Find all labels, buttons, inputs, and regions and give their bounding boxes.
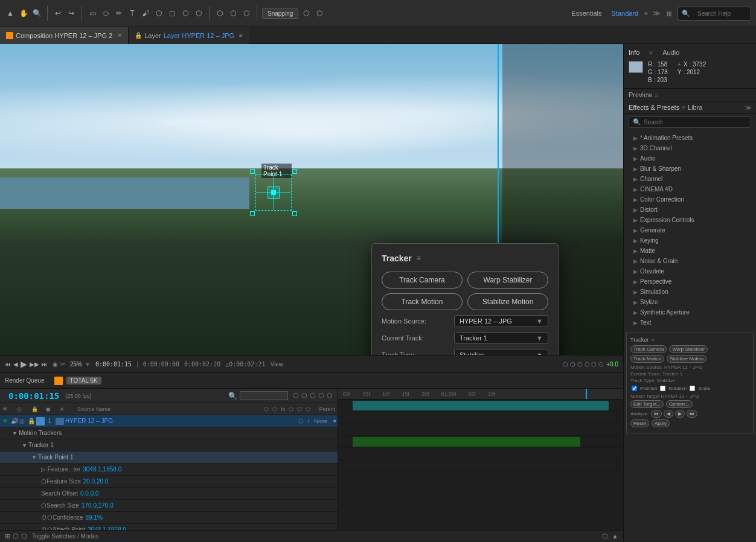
search-offset-value[interactable]: 0.0,0.0 bbox=[80, 490, 99, 497]
mini-edit-btn[interactable]: Edit Target... bbox=[630, 400, 664, 408]
list-item[interactable]: ▶ Audio bbox=[624, 153, 756, 164]
track-row-10[interactable] bbox=[338, 508, 623, 520]
track-row-8[interactable] bbox=[338, 484, 623, 496]
track-row-7[interactable] bbox=[338, 472, 623, 484]
layer-switch2[interactable]: / bbox=[308, 418, 310, 424]
search-icon-timeline[interactable]: 🔍 bbox=[228, 392, 237, 400]
tracker1-toggle[interactable]: ▼ bbox=[22, 442, 27, 448]
track-type-dropdown[interactable]: Stabilize ▼ bbox=[454, 349, 548, 355]
camera-dolly[interactable]: ⬡ bbox=[241, 8, 252, 19]
timeline-ruler[interactable]: 00f 05f 10f 15f 20f 01:00f 05f 10f bbox=[338, 389, 623, 530]
list-item[interactable]: ▶ Distort bbox=[624, 205, 756, 215]
info-tab[interactable]: Info bbox=[629, 49, 639, 56]
brush-tool[interactable]: 🖌 bbox=[140, 8, 151, 19]
list-item[interactable]: ▶ Expression Controls bbox=[624, 215, 756, 225]
mini-analyze-back-all[interactable]: ⏮ bbox=[651, 410, 662, 418]
layer-switch1[interactable]: ⬡ bbox=[298, 418, 303, 424]
effects-menu-icon[interactable]: ≡ bbox=[682, 104, 685, 111]
eraser-tool[interactable]: ◻ bbox=[167, 8, 178, 19]
redo-icon[interactable]: ↪ bbox=[66, 8, 77, 19]
list-item[interactable]: ▶ Stylize bbox=[624, 297, 756, 307]
snapping-button[interactable]: Snapping bbox=[262, 8, 298, 19]
timeline-search-input[interactable] bbox=[240, 391, 288, 400]
solo-icon[interactable]: ▲ bbox=[612, 532, 618, 540]
timeline-icon1[interactable]: ⬡ bbox=[293, 392, 299, 400]
table-row[interactable]: ⬡ Search Size 170.0,170.0 bbox=[0, 500, 338, 512]
mini-warp-btn[interactable]: Warp Stabilizer bbox=[669, 345, 708, 353]
list-item[interactable]: ▶ Perspective bbox=[624, 276, 756, 287]
timeline-icon2[interactable]: ⬡ bbox=[301, 392, 307, 400]
mini-analyze-fwd[interactable]: ▶ bbox=[675, 410, 685, 418]
stabilize-motion-button[interactable]: Stabilize Motion bbox=[467, 293, 548, 310]
go-end-icon[interactable]: ⏭ bbox=[42, 361, 48, 368]
table-row[interactable]: 👁 🔊 ◎ 🔒 1 HYPER 12 – JPG ⬡ / None ▼ bbox=[0, 415, 338, 427]
list-item[interactable]: ▶ Noise & Grain bbox=[624, 256, 756, 266]
track-point-marker[interactable]: Track Point 1 bbox=[255, 174, 292, 211]
mini-rotation-cb[interactable] bbox=[660, 386, 665, 391]
camera-orbit[interactable]: ⬡ bbox=[214, 8, 225, 19]
list-item[interactable]: ▶ Blur & Sharpen bbox=[624, 164, 756, 174]
list-item[interactable]: ▶ Generate bbox=[624, 225, 756, 235]
track-row-5[interactable] bbox=[338, 448, 623, 460]
tracker-menu-icon[interactable]: ≡ bbox=[417, 254, 421, 263]
track-motion-button[interactable]: Track Motion bbox=[382, 293, 463, 310]
track-row-3[interactable] bbox=[338, 424, 623, 436]
confidence-value[interactable]: 89.1% bbox=[86, 514, 103, 521]
comp-tab-close[interactable]: ✕ bbox=[117, 32, 122, 39]
table-row[interactable]: ⏱ ⬡ Confidence 89.1% bbox=[0, 512, 338, 524]
mini-analyze-fwd-all[interactable]: ⏭ bbox=[687, 410, 697, 418]
layer-parent-arrow[interactable]: ▼ bbox=[332, 418, 338, 424]
mini-track-camera-btn[interactable]: Track Camera bbox=[630, 345, 667, 353]
mini-reset-btn[interactable]: Reset bbox=[630, 419, 649, 427]
track-row-6[interactable] bbox=[338, 460, 623, 472]
zoom-percent[interactable]: 25% bbox=[70, 361, 82, 368]
track-row-2[interactable] bbox=[338, 412, 623, 424]
render-queue-tab[interactable]: Render Queue bbox=[5, 377, 45, 384]
preview-menu-icon[interactable]: ≡ bbox=[655, 92, 658, 98]
undo-icon[interactable]: ↩ bbox=[53, 8, 63, 19]
list-item[interactable]: ▶ Channel bbox=[624, 174, 756, 184]
timecode-display[interactable]: 0:00:01:15 bbox=[5, 390, 63, 402]
pen-tool[interactable]: ✏ bbox=[114, 8, 124, 19]
layer-solo-icon[interactable]: ◎ bbox=[19, 418, 28, 424]
table-row[interactable]: ▼ Track Point 1 bbox=[0, 451, 338, 464]
text-tool[interactable]: T bbox=[127, 8, 138, 19]
camera-pan[interactable]: ⬡ bbox=[228, 8, 239, 19]
prev-frame-icon[interactable]: ◀ bbox=[13, 361, 18, 368]
feature-value[interactable]: 3048.1,1858.0 bbox=[83, 466, 121, 473]
layer-vis-icon[interactable]: 👁 bbox=[2, 418, 11, 424]
ram-preview-icon[interactable]: ◉ bbox=[53, 361, 58, 368]
layer-search-icon[interactable]: ⬡ bbox=[21, 532, 27, 540]
layer-audio-icon[interactable]: 🔊 bbox=[11, 418, 19, 424]
puppet-tool[interactable]: ⬡ bbox=[193, 8, 204, 19]
list-item[interactable]: ▶ * Animation Presets bbox=[624, 133, 756, 143]
current-track-dropdown[interactable]: Tracker 1 ▼ bbox=[454, 332, 548, 344]
track-row-11[interactable] bbox=[338, 520, 623, 530]
trim-icon[interactable]: ✂ bbox=[60, 361, 65, 368]
mini-track-motion-btn[interactable]: Track Motion bbox=[630, 355, 664, 363]
list-item[interactable]: ▶ Matte bbox=[624, 246, 756, 256]
track-camera-button[interactable]: Track Camera bbox=[382, 272, 463, 289]
layer-tab[interactable]: 🔒 Layer Layer HYPER 12 – JPG ≡ bbox=[129, 27, 249, 44]
play-icon[interactable]: ▶ bbox=[21, 359, 27, 369]
track-point1-toggle[interactable]: ▼ bbox=[31, 454, 37, 461]
effects-presets-tab[interactable]: Effects & Presets bbox=[629, 104, 679, 111]
track-row-9[interactable] bbox=[338, 496, 623, 508]
track-row-4[interactable] bbox=[338, 436, 623, 448]
table-row[interactable]: ⬡ Feature Size 20.0,20.0 bbox=[0, 476, 338, 488]
mini-options-btn[interactable]: Options... bbox=[666, 400, 693, 408]
mini-analyze-back[interactable]: ◀ bbox=[664, 410, 673, 418]
rectangle-tool[interactable]: ▭ bbox=[87, 8, 98, 19]
timeline-icon3[interactable]: ⬡ bbox=[310, 392, 316, 400]
new-comp-icon[interactable]: ⊞ bbox=[5, 532, 10, 540]
mini-apply-btn[interactable]: Apply bbox=[652, 419, 670, 427]
color-correction-icon[interactable]: +0.0 bbox=[606, 361, 618, 368]
layer-settings-icon[interactable]: ⬡ bbox=[13, 532, 19, 540]
roto-tool[interactable]: ⬡ bbox=[180, 8, 191, 19]
mini-stabilize-btn[interactable]: Stabilize Motion bbox=[667, 355, 706, 363]
workspace-essentials[interactable]: Essentials bbox=[568, 8, 605, 18]
composition-tab[interactable]: Composition HYPER 12 – JPG 2 ✕ bbox=[0, 27, 129, 44]
list-item[interactable]: ▶ Synthetic Aperture bbox=[624, 307, 756, 317]
effects-search-input[interactable] bbox=[644, 119, 747, 126]
motion-source-dropdown[interactable]: HYPER 12 – JPG ▼ bbox=[454, 315, 548, 327]
